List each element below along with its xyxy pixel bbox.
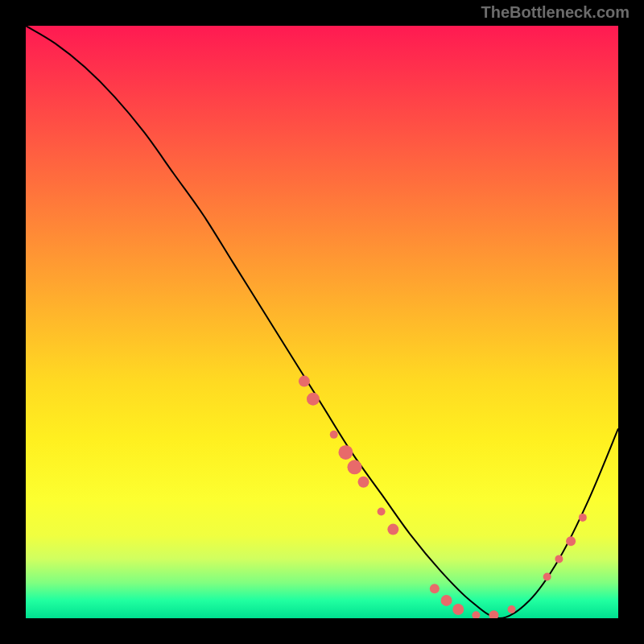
data-marker (330, 431, 338, 439)
data-marker (358, 477, 369, 488)
data-marker (489, 610, 498, 618)
data-marker (347, 460, 361, 474)
data-marker (338, 445, 353, 460)
data-marker (555, 555, 563, 563)
data-marker (307, 393, 320, 406)
data-marker (452, 604, 464, 615)
data-marker (472, 611, 480, 618)
data-marker (508, 605, 516, 613)
data-marker (387, 524, 398, 535)
data-marker (378, 508, 386, 516)
data-marker (299, 376, 310, 387)
data-marker (566, 536, 576, 546)
data-marker (441, 595, 452, 606)
data-marker (579, 514, 587, 522)
watermark-text: TheBottleneck.com (481, 3, 630, 22)
data-marker (430, 584, 440, 593)
curve-line (26, 26, 618, 618)
data-marker (543, 572, 551, 580)
chart-svg (26, 26, 618, 618)
plot-area (26, 26, 618, 618)
